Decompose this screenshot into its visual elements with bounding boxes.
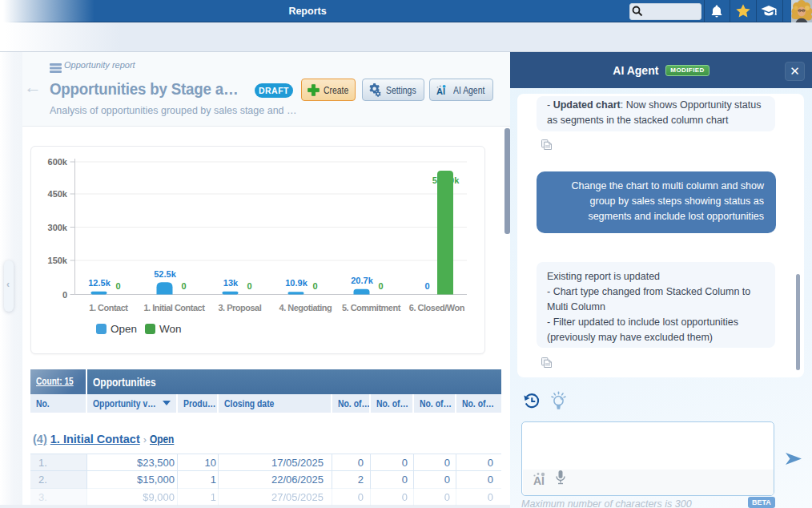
svg-text:0: 0 [312,281,317,291]
svg-text:3. Proposal: 3. Proposal [219,303,262,312]
svg-text:450k: 450k [48,189,68,199]
svg-text:13k: 13k [223,278,239,288]
svg-text:Won: Won [159,323,182,335]
svg-text:6. Closed/Won: 6. Closed/Won [409,303,465,312]
svg-text:150k: 150k [48,256,68,265]
svg-text:5. Commitment: 5. Commitment [342,303,401,312]
svg-text:0: 0 [424,281,429,291]
svg-text:300k: 300k [48,223,68,232]
svg-text:0: 0 [378,281,383,291]
svg-text:1. Contact: 1. Contact [89,303,128,312]
svg-text:0: 0 [181,281,186,291]
svg-text:Open: Open [111,323,137,335]
svg-text:0: 0 [115,281,120,291]
svg-text:10.9k: 10.9k [285,278,308,288]
svg-text:0: 0 [247,281,251,291]
svg-text:20.7k: 20.7k [351,276,373,285]
svg-text:600k: 600k [48,157,68,167]
svg-text:4. Negotiating: 4. Negotiating [279,303,332,312]
svg-text:0: 0 [62,290,67,300]
svg-text:12.5k: 12.5k [88,278,111,288]
svg-text:1. Initial Contact: 1. Initial Contact [143,303,205,312]
svg-text:AI: AI [436,87,445,96]
svg-text:52.5k: 52.5k [154,269,176,279]
